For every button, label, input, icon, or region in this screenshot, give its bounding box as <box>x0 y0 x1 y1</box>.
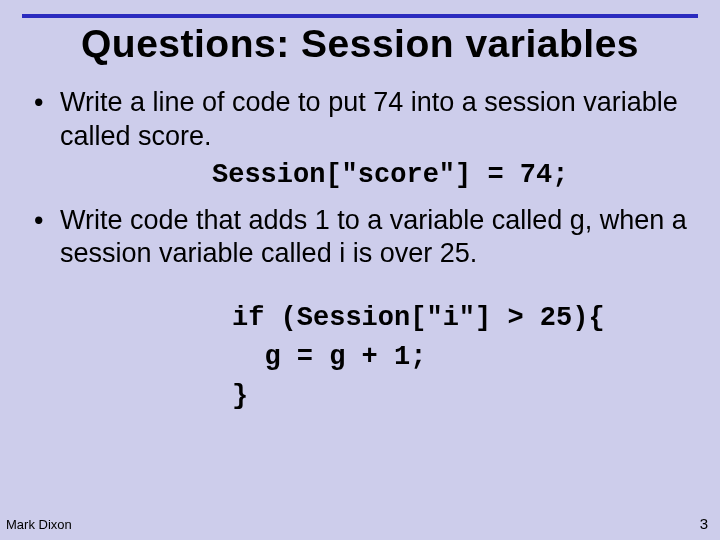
slide-content: • Write a line of code to put 74 into a … <box>32 86 698 416</box>
bullet-marker: • <box>32 86 60 120</box>
bullet-marker: • <box>32 204 60 238</box>
bullet-item: • Write a line of code to put 74 into a … <box>32 86 698 154</box>
bullet-text: Write a line of code to put 74 into a se… <box>60 86 698 154</box>
footer-author: Mark Dixon <box>6 517 72 532</box>
slide-title: Questions: Session variables <box>0 22 720 66</box>
footer-page-number: 3 <box>700 515 708 532</box>
bullet-text: Write code that adds 1 to a variable cal… <box>60 204 698 272</box>
code-answer-2: if (Session["i"] > 25){ g = g + 1; } <box>232 299 698 416</box>
title-rule <box>22 14 698 18</box>
bullet-item: • Write code that adds 1 to a variable c… <box>32 204 698 272</box>
code-answer-1: Session["score"] = 74; <box>212 160 698 190</box>
